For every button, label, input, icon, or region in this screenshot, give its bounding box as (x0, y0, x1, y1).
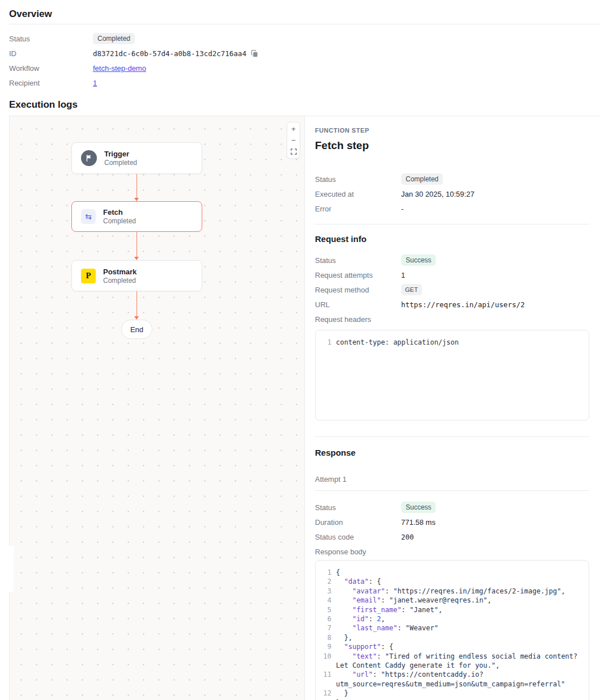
code-content: "id": 2, (336, 614, 580, 623)
workflow-canvas[interactable]: + − Trigger (9, 116, 305, 700)
recipient-link[interactable]: 1 (93, 79, 97, 87)
section-divider (315, 436, 589, 437)
line-number: 6 (322, 614, 331, 623)
error-row: Error - (315, 201, 589, 216)
code-content: }, (336, 633, 580, 642)
request-headers-label: Request headers (315, 315, 401, 324)
end-node[interactable]: End (121, 320, 152, 339)
workflow-node-column: Trigger Completed ⇆ Fetch Completed P (71, 142, 202, 339)
copy-id-button[interactable] (251, 50, 258, 57)
request-attempts-label: Request attempts (315, 271, 401, 279)
request-method-row: Request method GET (315, 282, 589, 297)
request-headers-code: 1content-type: application/json (315, 330, 589, 421)
node-trigger[interactable]: Trigger Completed (71, 142, 202, 174)
code-line: 2 "data": { (322, 577, 580, 586)
code-line: 1content-type: application/json (322, 338, 580, 347)
node-status: Completed (104, 159, 137, 167)
url-value: https://reqres.in/api/users/2 (401, 300, 525, 309)
line-number: 3 (322, 587, 331, 596)
response-title: Response (315, 447, 589, 459)
workflow-label: Workflow (9, 64, 93, 73)
status-badge: Completed (93, 33, 135, 44)
id-value: d83721dc-6c0b-57d4-a0b8-13cd2c716aa4 (93, 49, 246, 58)
code-line: 12 } (322, 689, 580, 698)
code-content: "support": { (336, 642, 580, 651)
code-line: 7 "last_name": "Weaver" (322, 623, 580, 633)
overview-recipient-row: Recipient 1 (9, 75, 600, 90)
response-status-row: Status Success (315, 500, 589, 515)
swap-horizontal-icon: ⇆ (81, 209, 96, 224)
zoom-in-button[interactable]: + (288, 124, 299, 134)
status-label: Status (315, 256, 401, 265)
code-line: 3 "avatar": "https://reqres.in/img/faces… (322, 587, 580, 596)
node-title: Postmark (103, 268, 137, 276)
step-status-row: Status Completed (315, 172, 589, 186)
workflow-link[interactable]: fetch-step-demo (93, 64, 146, 73)
line-number: 10 (322, 652, 331, 671)
section-divider (315, 224, 589, 224)
line-number: 5 (322, 605, 331, 614)
connector-arrow (134, 291, 139, 320)
code-line: 5 "first_name": "Janet", (322, 605, 580, 614)
response-body-label: Response body (315, 548, 401, 556)
node-postmark[interactable]: P Postmark Completed (71, 260, 202, 291)
attempt-divider (315, 490, 589, 491)
node-status: Completed (103, 217, 136, 225)
request-attempts-row: Request attempts 1 (315, 268, 589, 282)
node-title: Trigger (104, 150, 137, 158)
copy-icon (251, 50, 258, 57)
zoom-controls: + − (287, 122, 300, 159)
code-line: 11 "url": "https://contentcaddy.io?utm_s… (322, 670, 580, 689)
zoom-out-button[interactable]: − (288, 135, 299, 146)
request-status-row: Status Success (315, 253, 589, 268)
node-fetch[interactable]: ⇆ Fetch Completed (71, 201, 202, 232)
function-step-kicker: FUNCTION STEP (315, 126, 589, 134)
response-body-row: Response body (315, 544, 589, 559)
execution-detail-page: Overview Status Completed ID d83721dc-6c… (0, 0, 609, 700)
flag-icon (81, 150, 97, 166)
execution-logs-panel: + − Trigger (9, 116, 600, 700)
duration-value: 771.58 ms (401, 518, 436, 527)
executed-at-row: Executed at Jan 30 2025, 10:59:27 (315, 186, 589, 201)
code-content: "first_name": "Janet", (336, 605, 580, 614)
overview-status-row: Status Completed (9, 31, 600, 46)
request-headers-row: Request headers (315, 312, 589, 326)
code-line: 9 "support": { (322, 642, 580, 651)
duration-row: Duration 771.58 ms (315, 515, 589, 529)
overview-title: Overview (9, 9, 600, 20)
executed-at-value: Jan 30 2025, 10:59:27 (401, 190, 474, 198)
error-label: Error (315, 205, 401, 213)
code-content: "last_name": "Weaver" (336, 623, 580, 633)
line-number: 7 (322, 623, 331, 633)
status-code-row: Status code 200 (315, 529, 589, 544)
duration-label: Duration (315, 518, 401, 527)
overview-divider (9, 24, 600, 24)
execution-logs-title: Execution logs (9, 99, 600, 111)
success-badge: Success (401, 502, 436, 513)
line-number: 9 (322, 642, 331, 651)
line-number: 2 (322, 577, 331, 586)
request-attempts-value: 1 (401, 271, 405, 279)
code-content: "url": "https://contentcaddy.io?utm_sour… (336, 670, 580, 689)
status-label: Status (9, 35, 93, 43)
code-content: content-type: application/json (336, 338, 580, 347)
status-label: Status (315, 175, 401, 184)
overview-workflow-row: Workflow fetch-step-demo (9, 61, 600, 75)
line-number: 1 (322, 338, 331, 347)
status-code-label: Status code (315, 533, 401, 541)
status-code-value: 200 (401, 533, 414, 541)
success-badge: Success (401, 254, 436, 266)
overview-section: Overview Status Completed ID d83721dc-6c… (9, 9, 600, 90)
step-title: Fetch step (315, 139, 589, 152)
response-body-code: 1{2 "data": {3 "avatar": "https://reqres… (315, 560, 589, 700)
fullscreen-icon (291, 149, 297, 155)
fullscreen-button[interactable] (288, 146, 299, 157)
code-line: 4 "email": "janet.weaver@reqres.in", (322, 596, 580, 605)
canvas-edge-overlay (0, 546, 14, 592)
url-label: URL (315, 300, 401, 309)
code-content: "text": "Tired of writing endless social… (336, 652, 580, 671)
postmark-icon: P (81, 269, 96, 283)
code-content: "avatar": "https://reqres.in/img/faces/2… (336, 587, 580, 596)
request-info-title: Request info (315, 234, 589, 245)
line-number: 8 (322, 633, 331, 642)
